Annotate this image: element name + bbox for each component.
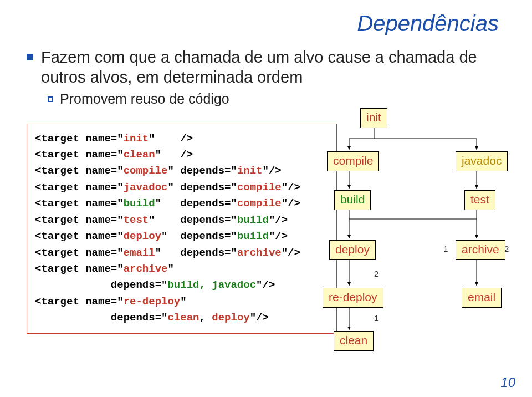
code-dep: deploy <box>212 312 249 324</box>
code-line: <target name="archive" <box>35 263 174 275</box>
edge-number: 1 <box>374 313 378 323</box>
code-line: <target name="build" depends="compile"/> <box>35 197 300 210</box>
code-block: <target name="init" /> <target name="cle… <box>27 124 337 334</box>
node-label: clean <box>340 334 367 347</box>
code-name: email <box>124 247 155 259</box>
code-line: <target name="compile" depends="init"/> <box>35 165 282 177</box>
code-dep: build <box>237 230 269 242</box>
code-end: "/> <box>282 197 300 210</box>
code-mid: , <box>199 312 212 324</box>
code-rest: " depends=" <box>149 214 237 226</box>
code-end: "/> <box>269 230 288 242</box>
bullet-l2-text: Promovem reuso de código <box>60 91 229 107</box>
code-name: re-deploy <box>124 296 181 308</box>
page-title: Dependências <box>0 0 532 42</box>
node-label: re-deploy <box>329 291 377 304</box>
code-end: "/> <box>282 247 300 259</box>
node-label: init <box>366 111 381 124</box>
code-dep: archive <box>237 247 282 259</box>
code-line: <target name="test" depends="build"/> <box>35 214 288 226</box>
code-line: depends="clean, deploy"/> <box>35 312 269 324</box>
code-raw: depends=" <box>35 279 167 291</box>
code-line: <target name="clean" /> <box>35 149 193 161</box>
code-rest: " <box>180 296 186 308</box>
code-rest: " /> <box>149 133 193 145</box>
code-line: <target name="deploy" depends="build"/> <box>35 230 288 242</box>
code-name: init <box>124 133 149 145</box>
edge-number: 1 <box>443 244 448 253</box>
code-dep: compile <box>237 197 282 210</box>
node-email: email <box>462 288 502 308</box>
code-rest: " depends=" <box>155 197 237 210</box>
code-dep: build <box>237 214 269 226</box>
node-label: javadoc <box>462 154 502 167</box>
code-name: build <box>124 197 155 210</box>
node-label: build <box>340 193 365 206</box>
code-dep: build, javadoc <box>167 279 256 291</box>
code-name: archive <box>124 263 168 275</box>
code-end: "/> <box>263 165 282 177</box>
code-rest: " /> <box>155 149 193 161</box>
page-number: 10 <box>500 375 515 390</box>
node-test: test <box>464 190 495 210</box>
code-end: "/> <box>282 181 300 194</box>
code-raw: depends=" <box>35 312 167 324</box>
code-name: compile <box>124 165 168 177</box>
node-clean: clean <box>334 331 374 351</box>
bullet-level1: Fazem com que a chamada de um alvo cause… <box>27 47 510 88</box>
code-line: <target name="re-deploy" <box>35 296 187 308</box>
code-rest: " depends=" <box>167 165 237 177</box>
node-label: test <box>470 193 489 206</box>
bullet-l1-text: Fazem com que a chamada de um alvo cause… <box>41 47 510 88</box>
node-build: build <box>334 190 371 210</box>
node-javadoc: javadoc <box>456 151 508 171</box>
node-init: init <box>360 108 387 128</box>
edge-number: 2 <box>374 269 378 278</box>
code-line: depends="build, javadoc"/> <box>35 279 275 291</box>
bullet-level2: Promovem reuso de código <box>48 91 510 107</box>
code-line: <target name="javadoc" depends="compile"… <box>35 181 300 194</box>
code-rest: " depends=" <box>161 230 237 242</box>
code-end: "/> <box>269 214 288 226</box>
code-dep: clean <box>167 312 199 324</box>
code-end: "/> <box>256 279 275 291</box>
node-redeploy: re-deploy <box>323 288 383 308</box>
code-rest: " depends=" <box>167 181 237 194</box>
node-archive: archive <box>456 240 505 260</box>
dependency-diagram: init compile javadoc build test deploy a… <box>332 108 521 374</box>
code-name: javadoc <box>124 181 168 194</box>
node-label: email <box>468 291 495 304</box>
bullet-outline-square-icon <box>48 96 53 102</box>
node-deploy: deploy <box>329 240 376 260</box>
code-dep: init <box>237 165 263 177</box>
node-label: deploy <box>335 243 370 256</box>
node-label: archive <box>462 243 499 256</box>
code-name: clean <box>124 149 155 161</box>
bullet-square-icon <box>27 54 33 60</box>
code-line: <target name="init" /> <box>35 133 193 145</box>
code-name: deploy <box>124 230 161 242</box>
code-line: <target name="email" depends="archive"/> <box>35 247 300 259</box>
code-name: test <box>124 214 149 226</box>
code-rest: " depends=" <box>155 247 237 259</box>
code-rest: " <box>167 263 173 275</box>
node-compile: compile <box>327 151 379 171</box>
code-end: "/> <box>250 312 269 324</box>
code-dep: compile <box>237 181 282 194</box>
edge-number: 2 <box>504 244 509 253</box>
node-label: compile <box>333 154 373 167</box>
